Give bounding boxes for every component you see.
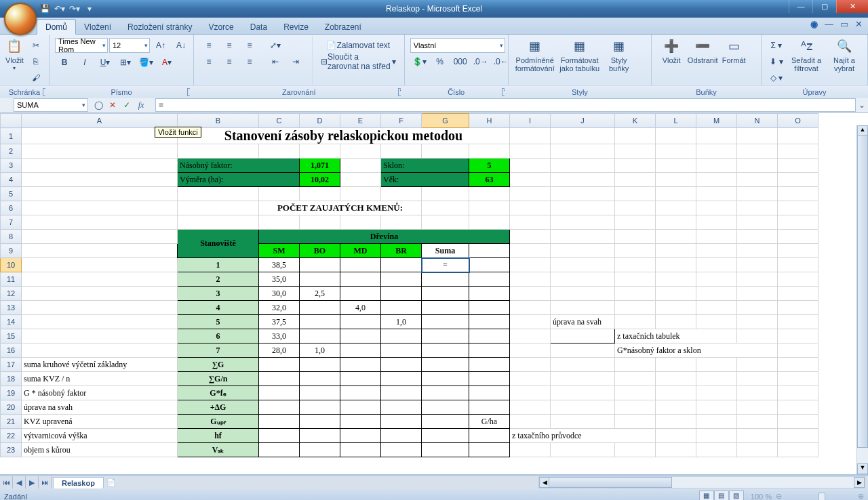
scroll-down-icon[interactable]: ▼ <box>857 463 868 474</box>
cell-C2[interactable] <box>259 144 300 159</box>
cell-D2[interactable] <box>300 144 340 159</box>
cell-N18[interactable] <box>737 372 778 386</box>
cell-K16[interactable]: G*násobný faktor a sklon <box>615 343 778 358</box>
row-header-3[interactable]: 3 <box>1 159 22 173</box>
cell-J11[interactable] <box>551 272 615 287</box>
font-color-button[interactable]: A▾ <box>157 55 176 70</box>
cell-C16[interactable]: 28,0 <box>259 343 300 358</box>
cell-L22[interactable] <box>656 429 696 443</box>
cell-N10[interactable] <box>737 258 778 272</box>
cell-I7[interactable] <box>510 215 551 230</box>
cell-J19[interactable] <box>551 386 615 400</box>
cell-K9[interactable] <box>615 244 656 258</box>
cell-O2[interactable] <box>778 144 818 159</box>
col-header-C[interactable]: C <box>259 114 300 128</box>
cell-E12[interactable] <box>340 287 381 301</box>
cell-G17[interactable] <box>422 358 469 372</box>
cell-G16[interactable] <box>422 343 469 358</box>
cell-A22[interactable]: výtvarnicová výška <box>22 429 178 443</box>
cell-H13[interactable] <box>469 301 510 315</box>
cell-L9[interactable] <box>656 244 696 258</box>
cell-C18[interactable] <box>259 372 300 386</box>
col-header-A[interactable]: A <box>22 114 178 128</box>
cell-N17[interactable] <box>737 358 778 372</box>
cell-I20[interactable] <box>510 400 551 415</box>
cell-D4[interactable]: 10,02 <box>300 173 340 187</box>
cut-button[interactable]: ✂ <box>26 38 45 53</box>
cell-O15[interactable] <box>778 329 818 343</box>
cell-O3[interactable] <box>778 159 818 173</box>
cell-J1[interactable] <box>551 128 615 144</box>
fill-color-button[interactable]: 🪣▾ <box>136 55 156 70</box>
cell-E11[interactable] <box>340 272 381 287</box>
cell-N19[interactable] <box>737 386 778 400</box>
cell-O16[interactable] <box>778 343 818 358</box>
cell-M7[interactable] <box>696 215 737 230</box>
tab-vzorce[interactable]: Vzorce <box>200 20 241 34</box>
decrease-decimal-button[interactable]: .0← <box>492 54 511 69</box>
cell-J16[interactable] <box>551 343 615 358</box>
cell-G2[interactable] <box>422 144 469 159</box>
col-header-L[interactable]: L <box>656 114 696 128</box>
shrink-font-button[interactable]: A↓ <box>172 38 191 53</box>
cell-H9[interactable] <box>469 244 510 258</box>
cell-C8[interactable]: Dřevina <box>259 230 510 244</box>
accounting-button[interactable]: 💲▾ <box>410 54 429 69</box>
cell-D23[interactable] <box>300 443 340 457</box>
cell-I14[interactable] <box>510 315 551 329</box>
cell-N11[interactable] <box>737 272 778 287</box>
align-right-button[interactable]: ≡ <box>240 54 259 69</box>
align-top-button[interactable]: ≡ <box>199 38 218 53</box>
cell-H21[interactable]: G/ha <box>469 415 510 429</box>
cell-C10[interactable]: 38,5 <box>259 258 300 272</box>
cell-M23[interactable] <box>696 443 737 457</box>
formula-circle-icon[interactable]: ◯ <box>92 100 104 110</box>
cell-C11[interactable]: 35,0 <box>259 272 300 287</box>
cell-G10[interactable]: = <box>422 258 469 272</box>
row-header-6[interactable]: 6 <box>1 201 22 215</box>
cell-K2[interactable] <box>615 144 656 159</box>
cell-A17[interactable]: suma kruhové výčetní základny <box>22 358 178 372</box>
cell-N2[interactable] <box>737 144 778 159</box>
cell-J20[interactable] <box>551 400 615 415</box>
cell-G19[interactable] <box>422 386 469 400</box>
cell-O5[interactable] <box>778 187 818 201</box>
cell-M13[interactable] <box>696 301 737 315</box>
tab-zobrazeni[interactable]: Zobrazení <box>317 20 370 34</box>
redo-icon[interactable]: ↷▾ <box>69 3 80 14</box>
cell-I3[interactable] <box>510 159 551 173</box>
cell-I2[interactable] <box>510 144 551 159</box>
cell-H3[interactable]: 5 <box>469 159 510 173</box>
cell-A20[interactable]: úprava na svah <box>22 400 178 415</box>
minimize-button[interactable]: — <box>789 0 812 13</box>
merge-center-button[interactable]: ⊟ Sloučit a zarovnat na střed ▾ <box>318 54 399 69</box>
cell-A5[interactable] <box>22 187 178 201</box>
cell-L3[interactable] <box>656 159 696 173</box>
row-header-22[interactable]: 22 <box>1 429 22 443</box>
cell-M10[interactable] <box>696 258 737 272</box>
cell-E20[interactable] <box>340 400 381 415</box>
cell-M19[interactable] <box>696 386 737 400</box>
cell-G14[interactable] <box>422 315 469 329</box>
cell-O10[interactable] <box>778 258 818 272</box>
cell-B7[interactable] <box>178 215 259 230</box>
qat-custom-icon[interactable]: ▾ <box>84 3 95 14</box>
zoom-out-button[interactable]: ⊖ <box>776 492 782 500</box>
cell-N13[interactable] <box>737 301 778 315</box>
cell-N9[interactable] <box>737 244 778 258</box>
cell-L20[interactable] <box>656 400 696 415</box>
cell-E2[interactable] <box>340 144 381 159</box>
cell-K17[interactable] <box>615 358 656 372</box>
cell-D3[interactable]: 1,071 <box>300 159 340 173</box>
cell-N14[interactable] <box>737 315 778 329</box>
cell-E22[interactable] <box>340 429 381 443</box>
cell-G11[interactable] <box>422 272 469 287</box>
cell-E3[interactable] <box>340 159 381 173</box>
cell-D19[interactable] <box>300 386 340 400</box>
vscroll-thumb[interactable] <box>857 135 868 448</box>
align-left-button[interactable]: ≡ <box>199 54 218 69</box>
cell-M3[interactable] <box>696 159 737 173</box>
format-cells-button[interactable]: ▭Formát <box>718 36 749 87</box>
cell-G5[interactable] <box>422 187 469 201</box>
row-header-5[interactable]: 5 <box>1 187 22 201</box>
